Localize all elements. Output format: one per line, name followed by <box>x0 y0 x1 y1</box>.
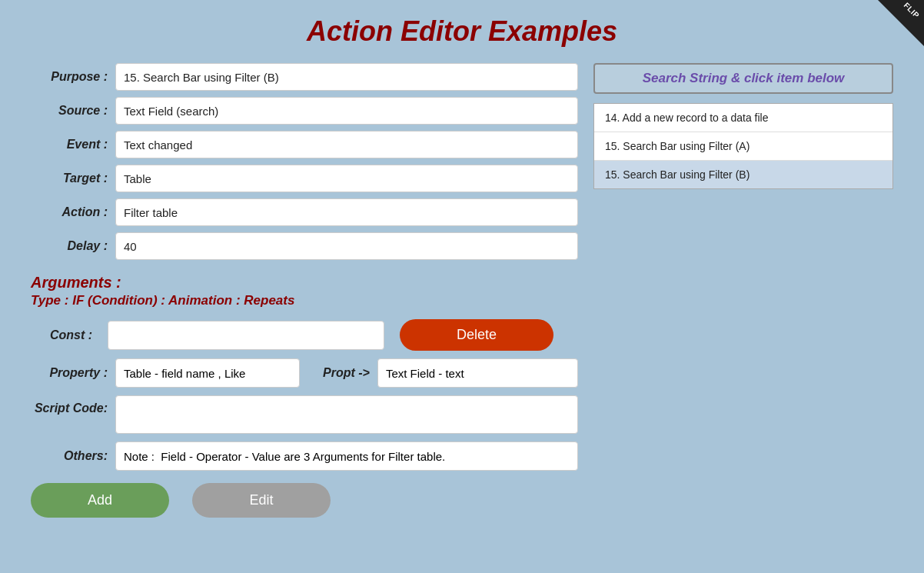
const-label: Const : <box>31 328 92 342</box>
target-label: Target : <box>31 172 108 185</box>
others-label: Others: <box>31 449 108 463</box>
script-input[interactable] <box>115 395 578 434</box>
delay-row: Delay : <box>31 232 578 260</box>
purpose-input[interactable] <box>115 63 578 91</box>
property-row: Property : Propt -> <box>31 358 578 388</box>
purpose-label: Purpose : <box>31 70 108 84</box>
search-list-item[interactable]: 15. Search Bar using Filter (B) <box>594 161 892 188</box>
delay-label: Delay : <box>31 239 108 253</box>
arguments-section: Arguments : Type : IF (Condition) : Anim… <box>31 274 578 308</box>
event-label: Event : <box>31 138 108 152</box>
search-list: 14. Add a new record to a data file15. S… <box>593 103 893 189</box>
bottom-form: Const : Delete Property : Propt -> Scrip… <box>31 319 578 518</box>
bottom-buttons: Add Edit <box>31 483 578 518</box>
corner-ribbon-text: FLIP <box>902 1 922 20</box>
add-button[interactable]: Add <box>31 483 169 518</box>
script-label: Script Code: <box>31 401 108 415</box>
property-input[interactable] <box>115 358 300 388</box>
others-input[interactable] <box>115 441 578 471</box>
search-bar-text: Search String & click item below <box>643 71 845 85</box>
property-label: Property : <box>31 366 108 380</box>
left-panel: Purpose : Source : Event : Target : Acti… <box>31 63 578 518</box>
const-input[interactable] <box>108 321 384 350</box>
main-container: Action Editor Examples Purpose : Source … <box>0 0 924 533</box>
target-row: Target : <box>31 165 578 192</box>
source-input[interactable] <box>115 97 578 125</box>
propt-input[interactable] <box>377 358 578 388</box>
search-list-item[interactable]: 14. Add a new record to a data file <box>594 104 892 132</box>
event-input[interactable] <box>115 131 578 158</box>
arguments-title: Arguments : <box>31 274 578 291</box>
target-input[interactable] <box>115 165 578 192</box>
search-bar-box: Search String & click item below <box>593 63 893 94</box>
propt-label: Propt -> <box>323 366 370 380</box>
delay-input[interactable] <box>115 232 578 260</box>
page-title: Action Editor Examples <box>31 8 893 48</box>
others-row: Others: <box>31 441 578 471</box>
content-area: Purpose : Source : Event : Target : Acti… <box>31 63 893 518</box>
source-label: Source : <box>31 104 108 118</box>
const-row: Const : Delete <box>31 319 578 351</box>
action-row: Action : <box>31 198 578 226</box>
action-label: Action : <box>31 205 108 219</box>
script-row: Script Code: <box>31 395 578 434</box>
right-panel: Search String & click item below 14. Add… <box>593 63 893 518</box>
search-list-item[interactable]: 15. Search Bar using Filter (A) <box>594 132 892 161</box>
edit-button[interactable]: Edit <box>192 483 331 518</box>
source-row: Source : <box>31 97 578 125</box>
purpose-row: Purpose : <box>31 63 578 91</box>
action-input[interactable] <box>115 198 578 226</box>
arguments-subtitle: Type : IF (Condition) : Animation : Repe… <box>31 293 578 308</box>
event-row: Event : <box>31 131 578 158</box>
delete-button[interactable]: Delete <box>400 319 553 351</box>
